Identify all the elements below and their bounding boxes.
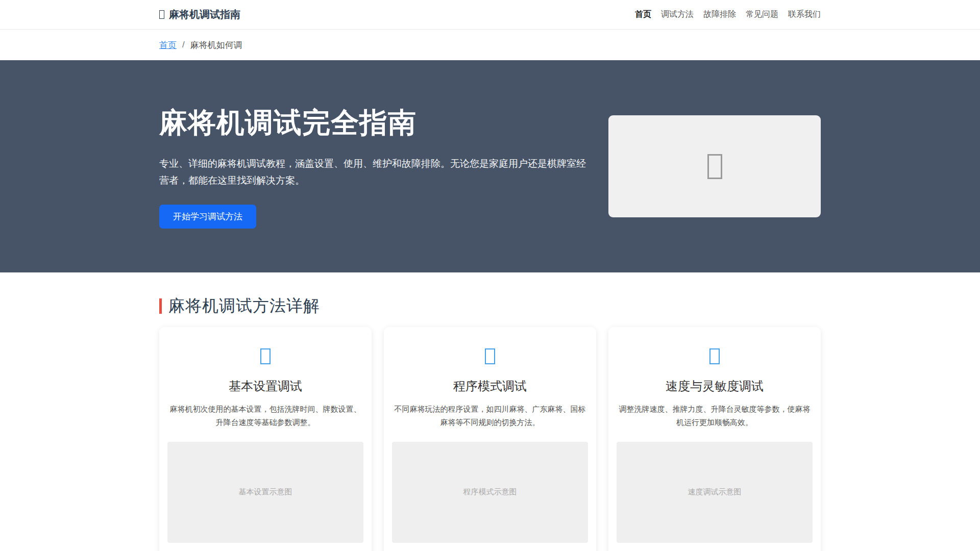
nav-link-faq[interactable]: 常见问题: [746, 10, 778, 18]
missing-image-glyph: [707, 154, 722, 179]
section-title: 麻将机调试方法详解: [168, 295, 320, 317]
hero-title: 麻将机调试完全指南: [159, 104, 592, 142]
mahjong-tile-icon: [159, 10, 164, 19]
method-cards-row: 基本设置调试 麻将机初次使用的基本设置，包括洗牌时间、牌数设置、升降台速度等基础…: [159, 327, 821, 551]
nav-link-troubleshooting[interactable]: 故障排除: [703, 10, 736, 18]
start-learning-button[interactable]: 开始学习调试方法: [159, 205, 256, 229]
hero-description: 专业、详细的麻将机调试教程，涵盖设置、使用、维护和故障排除。无论您是家庭用户还是…: [159, 156, 586, 189]
card-image-placeholder: 程序模式示意图: [392, 442, 588, 543]
speed-sensitivity-icon: [709, 348, 720, 364]
breadcrumb-separator: /: [182, 40, 185, 50]
card-title: 程序模式调试: [392, 378, 588, 394]
brand-title: 麻将机调试指南: [169, 8, 240, 21]
card-description: 调整洗牌速度、推牌力度、升降台灵敏度等参数，使麻将机运行更加顺畅高效。: [617, 403, 813, 430]
card-title: 速度与灵敏度调试: [617, 378, 813, 394]
placeholder-caption: 基本设置示意图: [239, 487, 292, 497]
placeholder-caption: 速度调试示意图: [688, 487, 742, 497]
program-mode-icon: [485, 348, 495, 364]
card-program-mode[interactable]: 程序模式调试 不同麻将玩法的程序设置，如四川麻将、广东麻将、国标麻将等不同规则的…: [384, 327, 596, 551]
section-accent-bar: [159, 298, 162, 314]
breadcrumb: 首页 / 麻将机如何调: [159, 39, 821, 51]
brand-logo[interactable]: 麻将机调试指南: [159, 8, 240, 21]
nav-link-contact[interactable]: 联系我们: [788, 10, 821, 18]
card-image-placeholder: 基本设置示意图: [167, 442, 363, 543]
hero-section: 麻将机调试完全指南 专业、详细的麻将机调试教程，涵盖设置、使用、维护和故障排除。…: [0, 60, 980, 272]
card-speed-sensitivity[interactable]: 速度与灵敏度调试 调整洗牌速度、推牌力度、升降台灵敏度等参数，使麻将机运行更加顺…: [608, 327, 821, 551]
card-title: 基本设置调试: [167, 378, 363, 394]
basic-settings-icon: [260, 348, 271, 364]
card-image-placeholder: 速度调试示意图: [617, 442, 813, 543]
methods-section: 麻将机调试方法详解 基本设置调试 麻将机初次使用的基本设置，包括洗牌时间、牌数设…: [0, 272, 980, 551]
breadcrumb-current: 麻将机如何调: [190, 39, 242, 51]
card-basic-settings[interactable]: 基本设置调试 麻将机初次使用的基本设置，包括洗牌时间、牌数设置、升降台速度等基础…: [159, 327, 372, 551]
top-navbar: 麻将机调试指南 首页 调试方法 故障排除 常见问题 联系我们: [0, 0, 980, 30]
card-description: 不同麻将玩法的程序设置，如四川麻将、广东麻将、国标麻将等不同规则的切换方法。: [392, 403, 588, 430]
breadcrumb-bar: 首页 / 麻将机如何调: [0, 30, 980, 60]
placeholder-caption: 程序模式示意图: [463, 487, 517, 497]
breadcrumb-home-link[interactable]: 首页: [159, 39, 177, 51]
main-nav: 首页 调试方法 故障排除 常见问题 联系我们: [635, 9, 821, 20]
nav-link-home[interactable]: 首页: [635, 10, 651, 18]
hero-image-placeholder: [608, 115, 821, 217]
card-description: 麻将机初次使用的基本设置，包括洗牌时间、牌数设置、升降台速度等基础参数调整。: [167, 403, 363, 430]
nav-link-methods[interactable]: 调试方法: [661, 10, 694, 18]
